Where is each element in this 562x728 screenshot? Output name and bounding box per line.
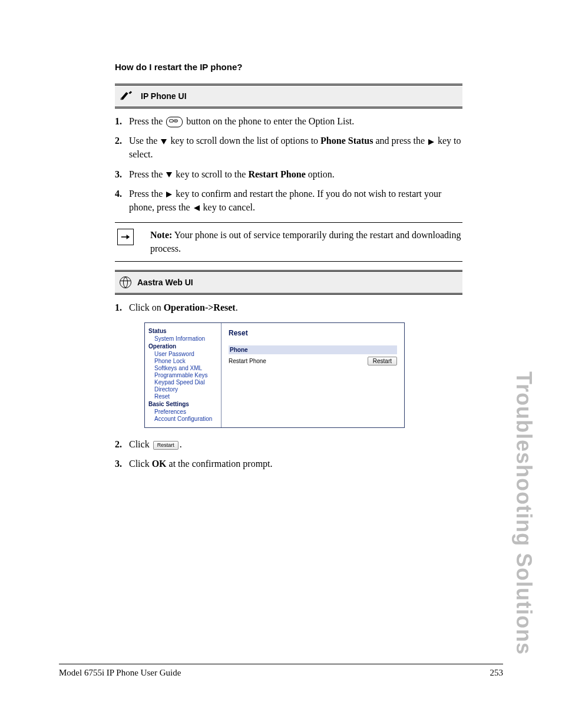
step-number: 1. <box>115 301 129 314</box>
nav-item[interactable]: Programmable Keys <box>154 372 217 378</box>
text: . <box>236 302 238 312</box>
footer-page-number: 253 <box>490 668 504 678</box>
nav-item[interactable]: Phone Lock <box>154 358 217 364</box>
webui-main: Reset Phone Restart Phone Restart <box>222 323 404 427</box>
web-ui-steps: 1. Click on Operation->Reset. <box>115 301 462 314</box>
step-number: 2. <box>115 134 129 147</box>
chapter-tab-label: Troubleshooting Solutions <box>511 371 536 655</box>
step-number: 3. <box>115 167 129 181</box>
step-1: 1. Press the button on the phone to ente… <box>115 114 462 128</box>
text: option. <box>308 169 335 179</box>
restart-button-inline[interactable]: Restart <box>153 441 178 450</box>
note-arrow-icon <box>117 229 134 245</box>
globe-icon <box>120 276 131 288</box>
note-label: Note: <box>150 230 172 240</box>
left-arrow-icon <box>194 205 200 211</box>
step-number: 3. <box>115 457 129 470</box>
step-2: 2. Use the key to scroll down the list o… <box>115 134 462 161</box>
text: Your phone is out of service temporarily… <box>150 230 461 253</box>
nav-item[interactable]: Reset <box>154 393 217 400</box>
nav-item[interactable]: Preferences <box>154 409 217 415</box>
note-text: Note: Your phone is out of service tempo… <box>150 229 462 255</box>
webui-row: Restart Phone Restart <box>229 357 397 365</box>
text: Use the <box>129 136 160 146</box>
web-step-2: 2. Click Restart. <box>115 437 462 451</box>
text: Press the <box>129 169 165 179</box>
restart-button[interactable]: Restart <box>368 357 397 365</box>
text: . <box>180 439 182 449</box>
text: and press the <box>375 136 427 146</box>
section-heading: How do I restart the IP phone? <box>115 62 462 72</box>
step-text: Press the key to scroll to the Restart P… <box>129 167 462 181</box>
step-text: Press the button on the phone to enter t… <box>129 114 462 128</box>
step-4: 4. Press the key to confirm and restart … <box>115 187 462 214</box>
footer-left: Model 6755i IP Phone User Guide <box>59 668 181 678</box>
text: key to confirm and restart the phone. If… <box>129 189 441 212</box>
webui-title: Reset <box>229 329 397 337</box>
step-number: 4. <box>115 187 129 200</box>
step-text: Click OK at the confirmation prompt. <box>129 457 462 470</box>
text: Click <box>129 439 152 449</box>
step-3: 3. Press the key to scroll to the Restar… <box>115 167 462 181</box>
nav-item[interactable]: User Password <box>154 351 217 357</box>
step-text: Click on Operation->Reset. <box>129 301 462 314</box>
step-text: Use the key to scroll down the list of o… <box>129 134 462 161</box>
webui-nav: Status System Information Operation User… <box>145 323 222 427</box>
text: key to scroll down the list of options t… <box>170 136 320 146</box>
web-ui-screenshot: Status System Information Operation User… <box>144 322 405 428</box>
bar-label: IP Phone UI <box>141 91 187 101</box>
text-bold: Phone Status <box>320 136 373 146</box>
options-key-icon <box>166 117 183 127</box>
note-block: Note: Your phone is out of service tempo… <box>115 222 462 262</box>
bar-label: Aastra Web UI <box>137 278 193 287</box>
text-bold: Restart Phone <box>248 169 305 179</box>
step-number: 2. <box>115 437 129 451</box>
web-step-1: 1. Click on Operation->Reset. <box>115 301 462 314</box>
text: key to cancel. <box>203 202 255 212</box>
nav-section-operation: Operation <box>148 343 217 350</box>
svg-marker-4 <box>127 235 130 239</box>
text: key to scroll to the <box>176 169 248 179</box>
text: Click on <box>129 302 164 312</box>
nav-item[interactable]: Keypad Speed Dial <box>154 379 217 386</box>
down-arrow-icon <box>161 139 167 144</box>
nav-item[interactable]: Softkeys and XML <box>154 365 217 371</box>
step-text: Press the key to confirm and restart the… <box>129 187 462 214</box>
ip-phone-ui-bar: IP Phone UI <box>115 84 462 108</box>
web-ui-steps-2: 2. Click Restart. 3. Click OK at the con… <box>115 437 462 470</box>
page-footer: Model 6755i IP Phone User Guide 253 <box>59 664 503 678</box>
text: at the confirmation prompt. <box>169 459 273 469</box>
text: Press the <box>129 116 165 126</box>
nav-section-status: Status <box>148 328 217 334</box>
aastra-web-ui-bar: Aastra Web UI <box>115 270 462 295</box>
text-bold: Operation->Reset <box>164 302 236 312</box>
nav-section-basic: Basic Settings <box>148 401 217 407</box>
nav-item[interactable]: Directory <box>154 386 217 393</box>
writing-hand-icon <box>120 88 135 104</box>
text: Press the <box>129 189 165 199</box>
page-content: How do I restart the IP phone? IP Phone … <box>115 62 462 479</box>
right-arrow-icon <box>428 139 434 145</box>
step-text: Click Restart. <box>129 437 462 451</box>
webui-row-label: Restart Phone <box>229 358 266 364</box>
text: Click <box>129 459 152 469</box>
text: button on the phone to enter the Option … <box>186 116 354 126</box>
step-number: 1. <box>115 114 129 128</box>
webui-subheader: Phone <box>229 345 397 354</box>
right-arrow-icon <box>166 192 172 197</box>
nav-item[interactable]: System Information <box>154 335 217 342</box>
text-bold: OK <box>152 459 167 469</box>
down-arrow-icon <box>166 172 172 177</box>
phone-ui-steps: 1. Press the button on the phone to ente… <box>115 114 462 214</box>
web-step-3: 3. Click OK at the confirmation prompt. <box>115 457 462 470</box>
nav-item[interactable]: Account Configuration <box>154 416 217 422</box>
svg-rect-0 <box>170 120 173 122</box>
